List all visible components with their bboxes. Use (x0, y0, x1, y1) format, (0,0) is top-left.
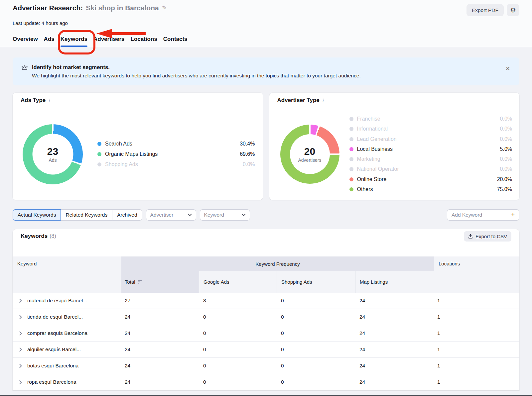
map-listings-cell: 24 (355, 342, 434, 357)
google-ads-cell: 0 (199, 325, 277, 341)
legend-value: 69.6% (240, 151, 255, 157)
ads-type-legend: Search Ads 30.4% Organic Maps Listings 6… (97, 139, 255, 170)
legend-dot (97, 162, 101, 166)
column-keyword: Keyword (13, 256, 121, 293)
settings-button[interactable]: ⚙ (507, 4, 519, 16)
shopping-ads-cell: 0 (277, 358, 355, 374)
tab-advertisers[interactable]: Advertisers (93, 36, 125, 47)
legend-label: Organic Maps Listings (105, 151, 158, 157)
shopping-ads-cell: 0 (277, 342, 355, 357)
legend-value: 5.0% (500, 146, 512, 152)
locations-cell: 1 (434, 374, 519, 390)
chevron-down-icon (188, 214, 192, 216)
keyword-cell: comprar esquís Barcelona (27, 330, 87, 336)
keywords-table-card: Keywords (8) Export to CSV Keyword Keywo… (13, 229, 519, 390)
locations-cell: 1 (434, 309, 519, 325)
legend-dot (349, 147, 353, 151)
legend-item-organic-maps: Organic Maps Listings 69.6% (97, 149, 255, 159)
legend-item-local-business: Local Business 5.0% (349, 144, 512, 154)
chevron-right-icon[interactable] (19, 347, 22, 352)
keyword-cell: botas esquí Barcelona (27, 363, 78, 369)
keyword-cell: ropa esquí Barcelona (27, 379, 76, 385)
legend-value: 0.0% (500, 156, 512, 162)
advertisers-count-label: Advertisers (298, 157, 321, 163)
shopping-ads-cell: 0 (277, 293, 355, 309)
map-listings-cell: 24 (355, 325, 434, 341)
legend-item-shopping-ads: Shopping Ads 0.0% (97, 159, 255, 170)
table-row[interactable]: tienda de esquí Barcel... 24 0 0 24 1 (13, 309, 519, 325)
table-row[interactable]: material de esquí Barcel... 27 3 0 24 1 (13, 293, 519, 309)
locations-cell: 1 (434, 358, 519, 374)
ads-count: 23 (47, 146, 58, 157)
report-title: Advertiser Research: (13, 4, 83, 12)
legend-label: Online Store (357, 176, 387, 182)
export-pdf-button[interactable]: Export PDF (466, 4, 504, 16)
sort-descending-icon (138, 280, 142, 284)
advertiser-type-donut-chart: 20 Advertisers (280, 125, 339, 184)
filter-bar: Actual Keywords Related Keywords Archive… (13, 209, 519, 221)
legend-label: National Operator (357, 166, 399, 172)
edit-pencil-icon[interactable]: ✎ (162, 4, 167, 12)
chevron-right-icon[interactable] (19, 299, 22, 303)
export-csv-button[interactable]: Export to CSV (464, 231, 511, 242)
plus-icon[interactable]: + (511, 211, 515, 219)
legend-item-national-operator: National Operator 0.0% (349, 164, 512, 174)
legend-item-marketing: Marketing 0.0% (349, 154, 512, 164)
table-row[interactable]: comprar esquís Barcelona 24 0 0 24 1 (13, 325, 519, 342)
column-shopping-ads[interactable]: Shopping Ads (277, 271, 355, 293)
info-icon[interactable]: i (322, 98, 324, 103)
segment-archived[interactable]: Archived (112, 209, 142, 221)
ads-type-card: Ads Type i 23 Ads Search Ads 30.4% Organ… (13, 93, 263, 200)
map-listings-cell: 24 (355, 374, 434, 390)
legend-dot (97, 142, 101, 146)
legend-label: Informational (357, 126, 388, 132)
column-map-listings[interactable]: Map Listings (355, 271, 434, 293)
chevron-right-icon[interactable] (19, 380, 22, 384)
add-keyword-input[interactable]: Add Keyword + (447, 209, 519, 221)
segment-related-keywords[interactable]: Related Keywords (61, 209, 112, 221)
legend-value: 0.0% (500, 126, 512, 132)
locations-cell: 1 (434, 293, 519, 309)
column-google-ads[interactable]: Google Ads (199, 271, 277, 293)
close-icon[interactable]: ✕ (506, 65, 510, 72)
legend-value: 0.0% (500, 136, 512, 142)
tab-overview[interactable]: Overview (13, 36, 38, 47)
chevron-right-icon[interactable] (19, 331, 22, 336)
tab-ads[interactable]: Ads (44, 36, 55, 47)
locations-cell: 1 (434, 342, 519, 357)
table-row[interactable]: botas esquí Barcelona 24 0 0 24 1 (13, 358, 519, 374)
legend-value: 75.0% (497, 186, 512, 192)
tab-locations[interactable]: Locations (131, 36, 157, 47)
legend-value: 0.0% (243, 161, 255, 167)
legend-item-lead-generation: Lead Generation 0.0% (349, 134, 512, 144)
legend-value: 0.0% (500, 166, 512, 172)
advertiser-dropdown[interactable]: Advertiser (146, 209, 196, 221)
legend-item-informational: Informational 0.0% (349, 124, 512, 134)
legend-dot (97, 152, 101, 156)
legend-dot (349, 137, 353, 141)
banner-description: We highlight the most relevant keywords … (32, 73, 511, 79)
table-row[interactable]: alquiler esquís Barcel... 24 0 0 24 1 (13, 342, 519, 358)
info-icon[interactable]: i (48, 98, 50, 103)
keyword-dropdown[interactable]: Keyword (200, 209, 250, 221)
segment-actual-keywords[interactable]: Actual Keywords (13, 209, 61, 221)
table-title: Keywords (21, 233, 48, 240)
column-locations: Locations (434, 256, 519, 293)
header: Advertiser Research: Ski shop in Barcelo… (0, 0, 532, 47)
page-title: Advertiser Research: Ski shop in Barcelo… (13, 4, 167, 12)
total-cell: 24 (121, 325, 199, 341)
shopping-ads-cell: 0 (277, 325, 355, 341)
legend-dot (349, 167, 353, 171)
chevron-right-icon[interactable] (19, 364, 22, 368)
chevron-right-icon[interactable] (19, 315, 22, 319)
column-total-sort[interactable]: Total (121, 271, 199, 293)
table-row[interactable]: ropa esquí Barcelona 24 0 0 24 1 (13, 374, 519, 390)
legend-value: 0.0% (500, 116, 512, 122)
tab-keywords[interactable]: Keywords (61, 36, 87, 47)
crown-icon (21, 64, 28, 70)
ads-type-donut-chart: 23 Ads (23, 124, 83, 184)
tab-contacts[interactable]: Contacts (163, 36, 188, 47)
chevron-down-icon (242, 214, 246, 216)
window-bottom-edge (0, 395, 532, 396)
report-query: Ski shop in Barcelona (86, 4, 159, 12)
